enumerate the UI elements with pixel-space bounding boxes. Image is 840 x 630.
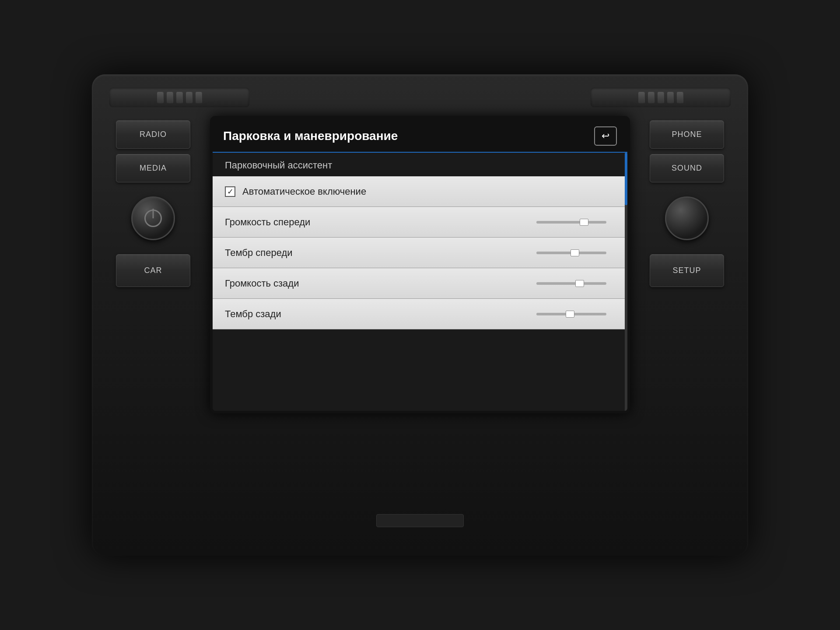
main-area: RADIO MEDIA CAR Парковка и маневрировани… [109, 116, 731, 503]
settings-item-tone-rear[interactable]: Тембр сзади [213, 299, 627, 329]
knob-mark [648, 92, 654, 103]
knob-mark [186, 92, 192, 103]
right-panel: PHONE SOUND SETUP [643, 116, 731, 287]
slider-thumb [566, 311, 574, 318]
screen-wrapper: Парковка и маневрирование ↩ Парковочный … [197, 116, 643, 413]
settings-item-volume-rear[interactable]: Громкость сзади [213, 268, 627, 299]
settings-list: Парковочный ассистент Автоматическое вкл… [213, 153, 627, 411]
back-button[interactable]: ↩ [594, 126, 617, 146]
item-label-auto-on: Автоматическое включение [242, 186, 366, 197]
power-icon [144, 210, 162, 227]
right-volume-knob[interactable] [665, 196, 709, 240]
tone-rear-slider[interactable] [536, 313, 615, 315]
knob-mark [658, 92, 664, 103]
knob-mark [196, 92, 202, 103]
slider-track [536, 313, 606, 315]
volume-front-slider[interactable] [536, 221, 615, 224]
knob-mark [677, 92, 683, 103]
volume-rear-slider[interactable] [536, 282, 615, 285]
head-unit: RADIO MEDIA CAR Парковка и маневрировани… [92, 74, 748, 556]
knob-mark [176, 92, 182, 103]
item-label-volume-rear: Громкость сзади [225, 278, 299, 289]
radio-button[interactable]: RADIO [116, 120, 190, 149]
setup-button[interactable]: SETUP [650, 254, 724, 287]
slider-track [536, 221, 606, 224]
knob-mark [667, 92, 673, 103]
sound-button[interactable]: SOUND [650, 154, 724, 182]
car-button-area: CAR [116, 254, 190, 287]
tone-front-slider[interactable] [536, 252, 615, 254]
screen-inner: Парковка и маневрирование ↩ Парковочный … [213, 119, 627, 411]
section-label: Парковочный ассистент [213, 153, 627, 176]
media-button[interactable]: MEDIA [116, 154, 190, 182]
left-knob-strip [109, 88, 249, 107]
screen-header: Парковка и маневрирование ↩ [213, 119, 627, 153]
sd-card-slot [376, 514, 464, 527]
knob-mark [157, 92, 163, 103]
slider-thumb [575, 280, 584, 287]
item-label-tone-front: Тембр спереди [225, 247, 293, 259]
phone-button[interactable]: PHONE [650, 120, 724, 149]
screen-content: Парковочный ассистент Автоматическое вкл… [213, 153, 627, 411]
settings-item-tone-front[interactable]: Тембр спереди [213, 238, 627, 268]
slider-thumb [580, 219, 588, 226]
power-knob[interactable] [131, 196, 175, 240]
left-panel: RADIO MEDIA CAR [109, 116, 197, 287]
slider-track [536, 282, 606, 285]
screen-title: Парковка и маневрирование [223, 129, 398, 143]
screen: Парковка и маневрирование ↩ Парковочный … [210, 116, 630, 413]
slider-thumb [570, 249, 579, 256]
power-knob-area [131, 196, 175, 240]
top-strip [109, 88, 731, 107]
item-left: Автоматическое включение [225, 186, 366, 197]
item-label-tone-rear: Тембр сзади [225, 308, 281, 320]
settings-item-auto-on[interactable]: Автоматическое включение [213, 176, 627, 207]
bottom-area [109, 508, 731, 534]
knob-mark [638, 92, 644, 103]
scroll-thumb [625, 153, 627, 205]
slider-track [536, 252, 606, 254]
item-label-volume-front: Громкость спереди [225, 217, 310, 228]
auto-on-checkbox[interactable] [225, 186, 235, 197]
knob-mark [167, 92, 173, 103]
settings-item-volume-front[interactable]: Громкость спереди [213, 207, 627, 238]
scroll-bar[interactable] [625, 153, 627, 411]
right-knob-strip [591, 88, 731, 107]
car-button[interactable]: CAR [116, 254, 190, 287]
back-arrow-icon: ↩ [602, 130, 609, 142]
